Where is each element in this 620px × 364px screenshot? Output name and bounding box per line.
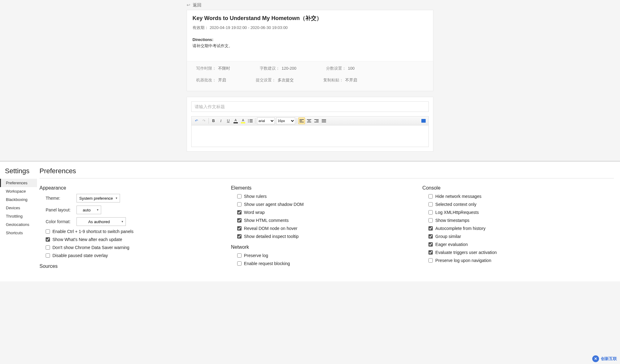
assignment-card: Key Words to Understand My Hometown（补交） … [187,10,433,91]
console-checkbox[interactable] [428,242,433,247]
appearance-checkbox[interactable] [46,237,50,242]
settings-nav-devices[interactable]: Devices [0,204,37,212]
network-checkbox-label[interactable]: Enable request blocking [237,261,290,266]
console-checkbox[interactable] [428,210,433,215]
editor-toolbar: ↶ ↷ B I U A A arial 16px [191,116,429,125]
elements-checkbox-label[interactable]: Show user agent shadow DOM [237,202,304,207]
console-row: Autocomplete from history [428,226,605,231]
elements-checkbox-label[interactable]: Show detailed inspect tooltip [237,234,299,239]
bg-color-button[interactable]: A [240,117,246,124]
console-checkbox[interactable] [428,226,433,231]
back-arrow-icon: ↩ [187,2,190,7]
settings-nav-shortcuts[interactable]: Shortcuts [0,229,37,237]
settings-nav-throttling[interactable]: Throttling [0,212,37,220]
back-button[interactable]: ↩ 返回 [187,0,433,10]
console-checkbox[interactable] [428,258,433,263]
console-checkbox-label[interactable]: Show timestamps [428,218,469,223]
console-checkbox[interactable] [428,202,433,207]
settings-nav-preferences[interactable]: Preferences [0,179,37,187]
font-family-select[interactable]: arial [257,117,275,124]
meta-item: 写作时限：不限时 [196,66,245,74]
validity-row: 有效期： 2020-04-19 19:02:00 - 2020-06-30 19… [192,25,428,31]
network-row: Enable request blocking [237,261,413,266]
section-appearance: Appearance [39,185,222,191]
elements-checkbox[interactable] [237,202,242,207]
panel-layout-select[interactable]: auto [76,206,101,214]
elements-checkbox[interactable] [237,194,242,198]
elements-checkbox-label[interactable]: Word wrap [237,210,265,215]
console-checkbox[interactable] [428,250,433,255]
essay-title-input[interactable] [191,101,429,112]
appearance-row: Disable paused state overlay [46,253,222,258]
appearance-checkbox-label[interactable]: Show What's New after each update [46,237,122,242]
console-checkbox-label[interactable]: Selected context only [428,202,476,207]
appearance-checkbox-label[interactable]: Disable paused state overlay [46,253,108,258]
elements-checkbox-label[interactable]: Show rulers [237,194,267,199]
font-color-button[interactable]: A [232,117,239,124]
elements-checkbox-text: Show detailed inspect tooltip [244,234,299,239]
section-console: Console [422,185,605,191]
elements-checkbox-label[interactable]: Show HTML comments [237,218,289,223]
bold-button[interactable]: B [210,117,217,124]
align-justify-button[interactable] [320,117,327,124]
fullscreen-button[interactable] [420,117,427,124]
align-center-button[interactable] [306,117,312,124]
elements-checkbox-label[interactable]: Reveal DOM node on hover [237,226,298,231]
elements-checkbox[interactable] [237,210,242,215]
appearance-checkbox-label[interactable]: Enable Ctrl + 1-9 shortcut to switch pan… [46,229,134,234]
console-checkbox-text: Preserve log upon navigation [435,258,491,263]
align-left-button[interactable] [298,117,305,124]
console-checkbox-label[interactable]: Autocomplete from history [428,226,486,231]
undo-button[interactable]: ↶ [193,117,200,124]
elements-checkbox[interactable] [237,218,242,223]
meta-item: 复制粘贴：不开启 [323,77,372,86]
elements-row: Show rulers [237,194,413,199]
appearance-checkbox-text: Enable Ctrl + 1-9 shortcut to switch pan… [52,229,134,234]
toolbar-separator [255,118,255,124]
elements-checkbox[interactable] [237,234,242,239]
console-row: Preserve log upon navigation [428,258,605,263]
settings-nav-blackboxing[interactable]: Blackboxing [0,195,37,204]
meta-value: 不开启 [345,77,357,83]
section-sources: Sources [39,264,222,269]
color-format-select[interactable]: As authored [76,217,126,226]
appearance-checkbox-label[interactable]: Don't show Chrome Data Saver warning [46,245,129,250]
assignment-panel: ↩ 返回 Key Words to Understand My Hometown… [0,0,620,162]
redo-button[interactable]: ↷ [200,117,207,124]
appearance-checkbox[interactable] [46,229,50,234]
elements-checkbox[interactable] [237,226,242,231]
assignment-meta: 写作时限：不限时字数建议：120-200分数设置：100机器批改：开启提交设置：… [187,61,433,91]
underline-button[interactable]: U [225,117,232,124]
console-checkbox-label[interactable]: Preserve log upon navigation [428,258,491,263]
console-checkbox-label[interactable]: Eager evaluation [428,242,468,247]
console-checkbox[interactable] [428,234,433,239]
console-row: Selected context only [428,202,605,207]
console-checkbox-label[interactable]: Evaluate triggers user activation [428,250,497,255]
network-checkbox[interactable] [237,253,242,258]
meta-label: 字数建议： [260,66,280,71]
divider [39,178,614,178]
console-checkbox-label[interactable]: Group similar [428,234,461,239]
network-checkbox-label[interactable]: Preserve log [237,253,268,258]
validity-label: 有效期： [192,25,209,30]
elements-checkbox-text: Reveal DOM node on hover [244,226,298,231]
align-right-button[interactable] [313,117,320,124]
theme-select[interactable]: System preference [76,194,120,202]
appearance-checkbox[interactable] [46,245,50,250]
italic-button[interactable]: I [217,117,224,124]
list-button[interactable] [247,117,254,124]
network-checkbox[interactable] [237,261,242,266]
settings-nav-workspace[interactable]: Workspace [0,187,37,195]
appearance-row: Don't show Chrome Data Saver warning [46,245,222,250]
settings-nav-geolocations[interactable]: Geolocations [0,220,37,229]
console-checkbox[interactable] [428,218,433,223]
appearance-checkbox[interactable] [46,253,50,258]
console-checkbox-label[interactable]: Log XMLHttpRequests [428,210,479,215]
font-size-select[interactable]: 16px [276,117,295,124]
console-checkbox-label[interactable]: Hide network messages [428,194,481,199]
console-checkbox[interactable] [428,194,433,198]
meta-value: 不限时 [218,66,230,71]
console-checkbox-text: Evaluate triggers user activation [435,250,497,255]
directions-body: 请补交期中考试作文。 [192,43,428,49]
editor-body[interactable] [191,125,429,147]
